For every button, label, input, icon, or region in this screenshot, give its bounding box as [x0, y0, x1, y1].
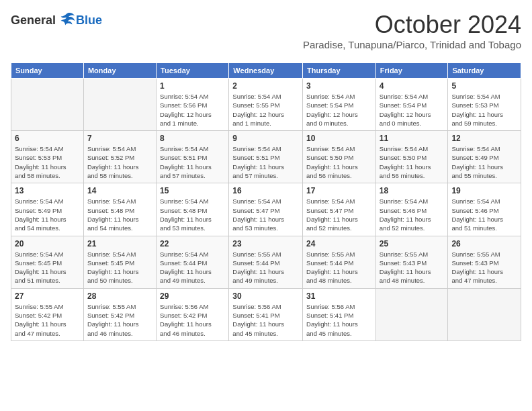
day-number: 2 [232, 81, 299, 91]
day-number: 31 [306, 291, 372, 301]
day-info: Sunrise: 5:54 AMSunset: 5:54 PMDaylight:… [306, 92, 372, 128]
day-number: 30 [232, 291, 299, 301]
day-number: 23 [232, 239, 299, 248]
day-info: Sunrise: 5:54 AMSunset: 5:51 PMDaylight:… [160, 144, 225, 180]
day-info: Sunrise: 5:54 AMSunset: 5:47 PMDaylight:… [306, 197, 372, 232]
table-row: 20Sunrise: 5:54 AMSunset: 5:45 PMDayligh… [11, 236, 84, 288]
day-number: 7 [87, 134, 152, 143]
table-row: 7Sunrise: 5:54 AMSunset: 5:52 PMDaylight… [83, 131, 156, 183]
header-sunday: Sunday [11, 63, 84, 79]
logo-bird-icon [57, 11, 76, 30]
table-row: 22Sunrise: 5:54 AMSunset: 5:44 PMDayligh… [157, 236, 229, 288]
table-row: 23Sunrise: 5:55 AMSunset: 5:44 PMDayligh… [229, 236, 303, 288]
logo: General Blue [11, 11, 102, 30]
table-row: 25Sunrise: 5:55 AMSunset: 5:43 PMDayligh… [375, 236, 448, 288]
day-number: 16 [232, 186, 299, 195]
day-info: Sunrise: 5:54 AMSunset: 5:53 PMDaylight:… [15, 144, 80, 180]
table-row: 26Sunrise: 5:55 AMSunset: 5:43 PMDayligh… [448, 236, 521, 288]
day-info: Sunrise: 5:54 AMSunset: 5:45 PMDaylight:… [15, 250, 80, 285]
day-info: Sunrise: 5:54 AMSunset: 5:46 PMDaylight:… [380, 197, 445, 232]
day-number: 19 [451, 186, 517, 195]
day-number: 1 [160, 81, 225, 91]
logo-blue-text: Blue [76, 13, 102, 28]
calendar-week-5: 27Sunrise: 5:55 AMSunset: 5:42 PMDayligh… [11, 288, 521, 340]
logo-section: General Blue [11, 11, 102, 54]
day-info: Sunrise: 5:54 AMSunset: 5:56 PMDaylight:… [160, 92, 225, 128]
table-row: 12Sunrise: 5:54 AMSunset: 5:49 PMDayligh… [448, 131, 521, 183]
table-row: 10Sunrise: 5:54 AMSunset: 5:50 PMDayligh… [303, 131, 376, 183]
header-thursday: Thursday [303, 63, 376, 79]
day-info: Sunrise: 5:55 AMSunset: 5:43 PMDaylight:… [380, 250, 445, 285]
day-info: Sunrise: 5:54 AMSunset: 5:54 PMDaylight:… [380, 92, 445, 128]
day-info: Sunrise: 5:54 AMSunset: 5:50 PMDaylight:… [306, 144, 372, 180]
day-info: Sunrise: 5:55 AMSunset: 5:44 PMDaylight:… [306, 250, 372, 285]
location-title: Paradise, Tunapuna/Piarco, Trinidad and … [303, 39, 521, 50]
day-info: Sunrise: 5:54 AMSunset: 5:44 PMDaylight:… [160, 250, 225, 285]
day-number: 22 [160, 239, 225, 248]
day-number: 11 [380, 134, 445, 143]
day-number: 24 [306, 239, 372, 248]
day-info: Sunrise: 5:55 AMSunset: 5:42 PMDaylight:… [87, 302, 152, 338]
calendar-week-2: 6Sunrise: 5:54 AMSunset: 5:53 PMDaylight… [11, 131, 521, 183]
title-section: October 2024 Paradise, Tunapuna/Piarco, … [303, 11, 521, 56]
table-row: 14Sunrise: 5:54 AMSunset: 5:48 PMDayligh… [83, 183, 156, 236]
day-info: Sunrise: 5:54 AMSunset: 5:48 PMDaylight:… [160, 197, 225, 232]
day-number: 14 [87, 186, 152, 195]
table-row [11, 79, 84, 131]
header-wednesday: Wednesday [229, 63, 303, 79]
page-header: General Blue October 2024 Paradise, Tuna… [11, 11, 521, 57]
header-saturday: Saturday [448, 63, 521, 79]
table-row: 19Sunrise: 5:54 AMSunset: 5:46 PMDayligh… [448, 183, 521, 236]
table-row: 31Sunrise: 5:56 AMSunset: 5:41 PMDayligh… [303, 288, 376, 340]
day-info: Sunrise: 5:55 AMSunset: 5:42 PMDaylight:… [15, 302, 80, 338]
day-info: Sunrise: 5:56 AMSunset: 5:41 PMDaylight:… [306, 302, 372, 338]
table-row: 16Sunrise: 5:54 AMSunset: 5:47 PMDayligh… [229, 183, 303, 236]
day-number: 10 [306, 134, 372, 143]
table-row: 13Sunrise: 5:54 AMSunset: 5:49 PMDayligh… [11, 183, 84, 236]
day-number: 13 [15, 186, 80, 195]
day-number: 4 [380, 81, 445, 91]
day-number: 12 [451, 134, 517, 143]
table-row: 15Sunrise: 5:54 AMSunset: 5:48 PMDayligh… [157, 183, 229, 236]
table-row: 1Sunrise: 5:54 AMSunset: 5:56 PMDaylight… [157, 79, 229, 131]
day-number: 8 [160, 134, 225, 143]
day-info: Sunrise: 5:54 AMSunset: 5:50 PMDaylight:… [380, 144, 445, 180]
table-row: 6Sunrise: 5:54 AMSunset: 5:53 PMDaylight… [11, 131, 84, 183]
day-number: 6 [15, 134, 80, 143]
day-info: Sunrise: 5:55 AMSunset: 5:43 PMDaylight:… [451, 250, 517, 285]
day-info: Sunrise: 5:55 AMSunset: 5:44 PMDaylight:… [232, 250, 299, 285]
table-row: 28Sunrise: 5:55 AMSunset: 5:42 PMDayligh… [83, 288, 156, 340]
header-tuesday: Tuesday [157, 63, 229, 79]
table-row: 21Sunrise: 5:54 AMSunset: 5:45 PMDayligh… [83, 236, 156, 288]
day-number: 18 [380, 186, 445, 195]
day-info: Sunrise: 5:54 AMSunset: 5:55 PMDaylight:… [232, 92, 299, 128]
table-row: 11Sunrise: 5:54 AMSunset: 5:50 PMDayligh… [375, 131, 448, 183]
day-number: 28 [87, 291, 152, 301]
calendar-week-1: 1Sunrise: 5:54 AMSunset: 5:56 PMDaylight… [11, 79, 521, 131]
table-row: 24Sunrise: 5:55 AMSunset: 5:44 PMDayligh… [303, 236, 376, 288]
day-info: Sunrise: 5:54 AMSunset: 5:49 PMDaylight:… [451, 144, 517, 180]
logo-general-text: General [11, 13, 56, 28]
day-number: 9 [232, 134, 299, 143]
table-row: 4Sunrise: 5:54 AMSunset: 5:54 PMDaylight… [375, 79, 448, 131]
day-info: Sunrise: 5:54 AMSunset: 5:49 PMDaylight:… [15, 197, 80, 232]
calendar-week-4: 20Sunrise: 5:54 AMSunset: 5:45 PMDayligh… [11, 236, 521, 288]
header-friday: Friday [375, 63, 448, 79]
table-row: 5Sunrise: 5:54 AMSunset: 5:53 PMDaylight… [448, 79, 521, 131]
table-row: 3Sunrise: 5:54 AMSunset: 5:54 PMDaylight… [303, 79, 376, 131]
day-number: 25 [380, 239, 445, 248]
day-number: 20 [15, 239, 80, 248]
table-row [375, 288, 448, 340]
calendar-table: Sunday Monday Tuesday Wednesday Thursday… [11, 62, 521, 341]
day-info: Sunrise: 5:54 AMSunset: 5:47 PMDaylight:… [232, 197, 299, 232]
month-title: October 2024 [303, 11, 521, 39]
table-row: 29Sunrise: 5:56 AMSunset: 5:42 PMDayligh… [157, 288, 229, 340]
day-info: Sunrise: 5:54 AMSunset: 5:48 PMDaylight:… [87, 197, 152, 232]
day-number: 29 [160, 291, 225, 301]
table-row: 17Sunrise: 5:54 AMSunset: 5:47 PMDayligh… [303, 183, 376, 236]
day-info: Sunrise: 5:54 AMSunset: 5:45 PMDaylight:… [87, 250, 152, 285]
calendar-header-row: Sunday Monday Tuesday Wednesday Thursday… [11, 63, 521, 79]
day-number: 26 [451, 239, 517, 248]
header-monday: Monday [83, 63, 156, 79]
page-container: General Blue October 2024 Paradise, Tuna… [11, 11, 521, 341]
